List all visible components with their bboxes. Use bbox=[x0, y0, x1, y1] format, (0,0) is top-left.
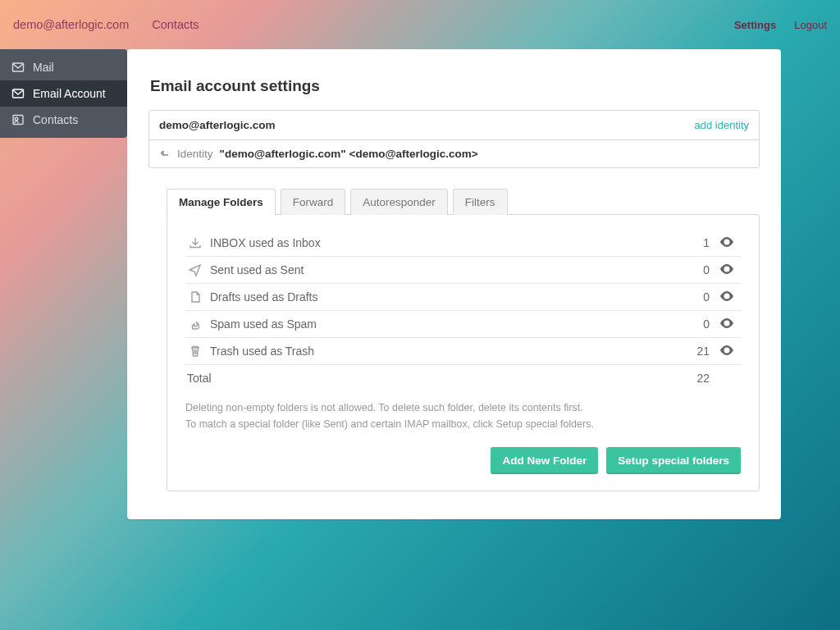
total-count: 22 bbox=[667, 365, 713, 392]
tab-forward[interactable]: Forward bbox=[281, 189, 346, 215]
folder-name-text: Sent used as Sent bbox=[210, 263, 304, 276]
hint-text: Deleting non-empty folders is not allowe… bbox=[185, 399, 741, 432]
add-new-folder-button[interactable]: Add New Folder bbox=[491, 447, 598, 474]
hint-line-1: Deleting non-empty folders is not allowe… bbox=[185, 399, 741, 416]
folder-count: 21 bbox=[667, 338, 713, 365]
folder-name-text: INBOX used as Inbox bbox=[210, 236, 321, 249]
page-title: Email account settings bbox=[150, 77, 760, 95]
folder-count: 0 bbox=[667, 257, 713, 284]
account-name: demo@afterlogic.com bbox=[159, 119, 275, 131]
folder-name-text: Trash used as Trash bbox=[210, 345, 314, 358]
folder-count: 0 bbox=[667, 284, 713, 311]
sidebar-item-email-account[interactable]: Email Account bbox=[0, 80, 127, 107]
identity-label: Identity bbox=[177, 148, 213, 160]
tab-autoresponder[interactable]: Autoresponder bbox=[350, 189, 448, 215]
eye-icon[interactable] bbox=[719, 317, 734, 331]
top-logout-link[interactable]: Logout bbox=[794, 19, 827, 31]
sidebar-item-label: Email Account bbox=[33, 87, 106, 100]
contacts-icon bbox=[11, 113, 25, 126]
sidebar-item-label: Contacts bbox=[33, 113, 78, 126]
top-bar: demo@afterlogic.com Contacts Settings Lo… bbox=[0, 0, 840, 49]
identity-row[interactable]: Identity "demo@afterlogic.com" <demo@aft… bbox=[149, 140, 759, 167]
folder-row[interactable]: Drafts used as Drafts 0 bbox=[185, 284, 741, 311]
envelope-icon bbox=[11, 87, 25, 100]
tab-filters[interactable]: Filters bbox=[453, 189, 508, 215]
setup-special-folders-button[interactable]: Setup special folders bbox=[606, 447, 741, 474]
eye-icon[interactable] bbox=[719, 236, 734, 249]
folder-row[interactable]: Spam used as Spam 0 bbox=[185, 311, 741, 338]
settings-panel: Email account settings demo@afterlogic.c… bbox=[127, 49, 781, 519]
eye-icon[interactable] bbox=[719, 290, 734, 304]
sidebar-item-contacts[interactable]: Contacts bbox=[0, 107, 127, 133]
add-identity-link[interactable]: add identity bbox=[695, 119, 750, 131]
folder-row[interactable]: Sent used as Sent 0 bbox=[185, 257, 741, 284]
top-settings-link[interactable]: Settings bbox=[734, 19, 776, 31]
return-arrow-icon bbox=[159, 148, 171, 160]
hint-line-2: To match a special folder (like Sent) an… bbox=[185, 416, 741, 432]
svg-point-3 bbox=[15, 117, 18, 121]
folder-count: 1 bbox=[667, 230, 713, 257]
tab-body: INBOX used as Inbox 1 Sent used as Sent … bbox=[167, 214, 760, 491]
identity-value: "demo@afterlogic.com" <demo@afterlogic.c… bbox=[220, 148, 478, 160]
spam-icon bbox=[189, 317, 202, 331]
trash-icon bbox=[189, 345, 202, 358]
envelope-icon bbox=[11, 61, 25, 74]
folder-row[interactable]: INBOX used as Inbox 1 bbox=[185, 230, 741, 257]
top-contacts-link[interactable]: Contacts bbox=[152, 18, 199, 31]
sidebar-item-label: Mail bbox=[33, 61, 54, 74]
folder-table: INBOX used as Inbox 1 Sent used as Sent … bbox=[185, 230, 741, 391]
settings-sidebar: Mail Email Account Contacts bbox=[0, 49, 127, 138]
folder-row[interactable]: Trash used as Trash 21 bbox=[185, 338, 741, 365]
tab-manage-folders[interactable]: Manage Folders bbox=[167, 189, 276, 215]
account-email-link[interactable]: demo@afterlogic.com bbox=[13, 18, 129, 31]
folder-name-text: Spam used as Spam bbox=[210, 317, 317, 331]
total-label: Total bbox=[187, 372, 212, 385]
folder-total-row: Total 22 bbox=[185, 365, 741, 392]
sent-icon bbox=[189, 263, 202, 276]
drafts-icon bbox=[189, 290, 202, 304]
tab-strip: Manage Folders Forward Autoresponder Fil… bbox=[167, 188, 760, 214]
folder-count: 0 bbox=[667, 311, 713, 338]
account-header-row[interactable]: demo@afterlogic.com add identity bbox=[149, 111, 759, 140]
eye-icon[interactable] bbox=[719, 345, 734, 358]
sidebar-item-mail[interactable]: Mail bbox=[0, 54, 127, 80]
folder-name-text: Drafts used as Drafts bbox=[210, 290, 318, 304]
inbox-icon bbox=[189, 236, 202, 249]
account-box: demo@afterlogic.com add identity Identit… bbox=[148, 110, 760, 168]
eye-icon[interactable] bbox=[719, 263, 734, 276]
